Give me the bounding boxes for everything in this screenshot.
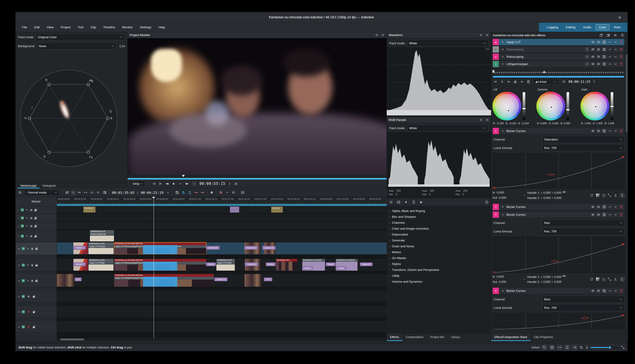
lock-icon[interactable] [35,226,37,227]
effect-category[interactable]: ›Transform, Distort and Perspective [387,267,491,273]
menu-clip[interactable]: Clip [88,24,99,30]
delete-effect-icon[interactable] [619,62,623,66]
pencil-icon[interactable]: ✎ [26,235,28,238]
effect-row-bezier-collapsed[interactable]: f Bézier Curves [492,204,625,210]
chevron-right-icon[interactable] [501,55,504,59]
vectorscope-background-select[interactable]: None [37,42,117,50]
effect-category[interactable]: ›Volume and Dynamics [387,279,491,284]
effect-row-rotoscoping-2[interactable]: r Rotoscoping [492,53,625,60]
track-header-v7[interactable]: ›V7✎▦ [16,206,57,214]
keyframe-options-icon[interactable] [520,80,524,84]
effect-row-bezier-saturation[interactable]: f Bézier Curves [492,128,625,134]
timeline-clip[interactable]: framboise-ou-chocolat-edit.mkvApply LUT/… [114,259,206,271]
razor-tool-icon[interactable]: ✂ [78,190,81,195]
overwrite-zone-icon[interactable] [188,191,192,194]
scene-marker[interactable]: Scene [206,263,216,266]
luma-formula-select[interactable]: Rec. 709 [542,304,625,311]
link-handles-icon[interactable] [562,274,566,278]
chevron-down-icon[interactable] [501,129,504,133]
reset-curve-icon[interactable] [590,193,594,197]
timeline-position-timecode[interactable]: 00:01:35:02 / 00:04:22:19 [112,191,163,194]
track-chevron-icon[interactable]: ∨ [18,310,20,313]
scope-tab-vectorscope[interactable]: Vectorscope [18,183,40,188]
keyframe-menu-icon[interactable] [562,80,566,84]
delete-effect-icon[interactable] [619,40,623,44]
track-chevron-icon[interactable]: ∨ [18,326,20,328]
keyframe-timecode[interactable]: 00:00:11:23 [568,80,590,84]
effect-row-bezier-blue[interactable]: f Bézier Curves [492,288,625,294]
scene-marker[interactable]: Scene 15 [244,246,258,250]
timeline-zoom-slider[interactable] [591,347,619,348]
timeline-clip[interactable]: framboise-ou-choApply LUT/Lift/ga [89,259,114,271]
effect-category[interactable]: ›Deprecated [387,232,491,238]
track-badge[interactable]: V2 [22,264,25,267]
save-effect-icon[interactable] [602,62,606,66]
move-up-icon[interactable] [608,129,612,133]
scope-tab-histogram[interactable]: Histogram [40,183,59,188]
eye-icon[interactable] [591,213,595,216]
dock-tab-compositions[interactable]: Compositions [402,333,427,341]
speaker-icon[interactable] [27,310,31,314]
keyframe-position-marker[interactable] [543,71,546,73]
track-lane-v5[interactable] [57,222,387,230]
track-lane-v3[interactable]: Scene 7framboise-ou-choApply LUT/Rotoscf… [57,242,387,254]
luma-formula-select[interactable]: Rec. 709 [542,144,625,151]
track-lane-a3[interactable] [57,321,387,332]
favorite-effects-icon[interactable]: ★ [210,190,214,195]
mixed-audio-video-icon[interactable] [65,191,69,194]
titlebar[interactable]: framboise-ou-chocolat-color.kdenlive / 4… [16,12,627,23]
presets-icon[interactable] [596,289,600,293]
move-up-icon[interactable] [608,205,612,209]
show-background-icon[interactable] [596,278,600,281]
layout-tab-logging[interactable]: Logging [544,24,561,30]
layout-tab-color[interactable]: Color [595,24,609,30]
move-up-icon[interactable] [608,55,612,59]
save-effect-icon[interactable] [602,205,606,209]
move-down-icon[interactable] [613,205,617,209]
gain-level-slider[interactable] [611,92,613,120]
menu-project[interactable]: Project [58,24,74,30]
scene-marker[interactable]: Scene [266,263,275,266]
presets-icon[interactable] [596,62,600,66]
favorites-icon[interactable]: ★ [419,200,423,204]
scene-marker[interactable]: Scene 23 [360,263,372,266]
pencil-icon[interactable]: ✎ [26,225,28,227]
scene-marker[interactable]: Scene 11 [214,278,227,281]
keyframes-stopwatch-icon[interactable] [585,55,589,59]
presets-icon[interactable] [596,40,600,44]
lock-icon[interactable] [33,312,35,313]
effect-category[interactable]: ›Color and Image correction [387,226,491,232]
rewind-icon[interactable] [165,182,169,186]
menu-help[interactable]: Help [155,24,168,30]
lift-color-wheel[interactable] [492,92,521,120]
preview-eye-icon[interactable] [613,33,617,37]
chevron-right-icon[interactable] [501,205,504,209]
chevron-down-icon[interactable] [501,213,504,216]
lock-icon[interactable] [33,296,35,298]
timeline-body[interactable]: 00:00:29:0000:00:33:2000:00:38:1600:00:4… [57,197,387,341]
monitor-playhead[interactable] [182,175,185,177]
select-arrows-button[interactable] [557,345,562,350]
master-track-button[interactable]: Master [16,197,57,206]
menu-view[interactable]: View [44,24,57,30]
track-header-a3[interactable]: ∨A3 [16,321,57,333]
prev-keyframe-icon[interactable] [493,80,497,84]
delete-effect-icon[interactable] [619,129,623,133]
pencil-icon[interactable]: ✎ [26,209,28,211]
track-badge[interactable]: A3 [22,325,25,328]
info-icon[interactable] [485,200,488,204]
show-all-handles-icon[interactable]: Σ [620,277,625,281]
save-effect-icon[interactable] [602,48,606,52]
show-background-icon[interactable] [596,194,600,197]
grid-lines-icon[interactable] [602,194,605,197]
lift-level-slider[interactable] [523,92,525,120]
interpolation-select[interactable]: ◢ Linear [533,78,559,85]
guide-clip[interactable] [230,206,239,213]
record-icon[interactable] [219,191,223,194]
menu-tool[interactable]: Tool [75,24,87,30]
fit-zoom-icon[interactable] [579,346,583,350]
guide-clip[interactable]: Chocolat [271,206,283,213]
move-down-icon[interactable] [613,289,617,293]
delete-effect-icon[interactable] [619,289,623,293]
select-marker-button[interactable] [572,345,577,350]
